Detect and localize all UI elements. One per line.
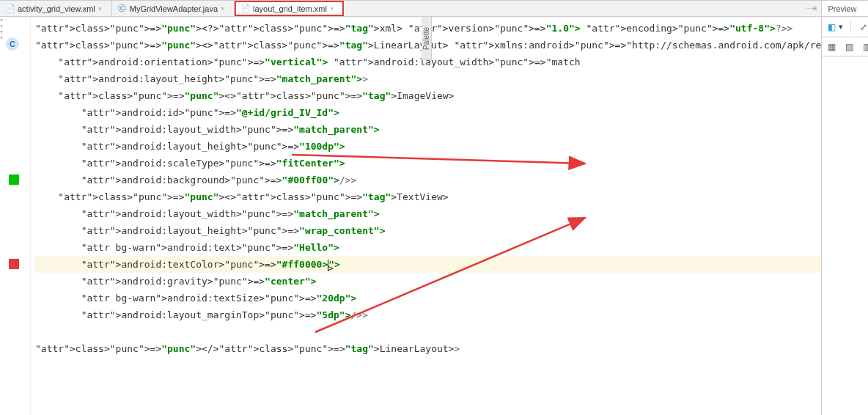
fold-icon[interactable]: ▾	[0, 17, 6, 23]
design-surface-picker[interactable]: ◧▾	[826, 22, 843, 32]
xml-icon: 📄	[241, 4, 250, 13]
code-line[interactable]: "attr bg-warn">android:text>"punc">=>"He…	[35, 239, 821, 256]
tab-layout-grid-item[interactable]: 📄 layout_grid_item.xml ×	[235, 1, 344, 16]
class-badge-icon: C	[6, 37, 19, 51]
tab-overflow-menu[interactable]: ⋯≡	[801, 1, 821, 16]
color-swatch-icon	[9, 259, 19, 269]
code-line[interactable]: "attr">android:gravity>"punc">=>"center"…	[35, 273, 821, 290]
editor-tabbar: 📄 activity_grid_view.xml × Ⓒ MyGridViewA…	[0, 1, 821, 17]
orientation-icon: ⤢	[858, 22, 868, 32]
close-icon[interactable]: ×	[330, 5, 337, 12]
class-icon: Ⓒ	[118, 4, 127, 13]
preview-canvas[interactable]: ▲ ▮ 7:00 Hello https://blog.csdn.net/qq3…	[822, 56, 868, 415]
code-line[interactable]: "attr">android:layout_width>"punc">=>"ma…	[35, 205, 821, 222]
fold-icon[interactable]: ▾	[0, 34, 6, 40]
code-line[interactable]: "attr">android:layout_height>"punc">=>"1…	[35, 138, 821, 155]
code-line[interactable]: "attr">android:layout_height>"punc">=>"w…	[35, 222, 821, 239]
code-line[interactable]: "attr">android:layout_width>"punc">=>"ma…	[35, 121, 821, 138]
code-line[interactable]: "attr">class>"punc">=>"punc"><>"attr">cl…	[35, 188, 821, 205]
view-mode-icon[interactable]: ▨	[844, 42, 854, 52]
color-swatch-icon	[9, 175, 19, 185]
preview-toolbar: ◧▾ ⤢▾ ▭Pixel ▾ ⚠25 ▾ ◎AppTheme 🌐Default …	[822, 17, 868, 37]
editor-body: C ▾ ▾ ▾ 💡 ▾ "attr">class>"punc">=>"punc"…	[0, 17, 821, 415]
code-line[interactable]: "attr">android:id>"punc">=>"@+id/grid_IV…	[35, 104, 821, 121]
preview-header: Preview	[822, 1, 868, 17]
fold-icon[interactable]: ▾	[0, 23, 6, 29]
tab-label: activity_grid_view.xml	[18, 4, 95, 13]
blueprint-icon: ◧	[826, 22, 836, 32]
code-line[interactable]: "attr">android:layout_marginTop>"punc">=…	[35, 306, 821, 323]
view-mode-icon[interactable]: ▦	[826, 42, 836, 52]
palette-tab[interactable]: Palette	[422, 16, 432, 60]
orientation-picker[interactable]: ⤢▾	[858, 22, 868, 32]
fold-icon[interactable]: ▾	[0, 29, 6, 34]
code-line[interactable]: "attr">class>"punc">=>"punc"></>"attr">c…	[35, 340, 821, 357]
tab-adapter-java[interactable]: Ⓒ MyGridViewAdapter.java ×	[112, 1, 235, 16]
code-line[interactable]: "attr">android:background>"punc">=>"#00f…	[35, 172, 821, 188]
code-line[interactable]: "attr">class>"punc">=>"punc"><>"attr">cl…	[35, 87, 821, 104]
close-icon[interactable]: ×	[221, 5, 228, 12]
tab-label: layout_grid_item.xml	[253, 4, 327, 13]
code-line[interactable]	[35, 323, 821, 340]
xml-icon: 📄	[6, 4, 15, 13]
editor-pane: 📄 activity_grid_view.xml × Ⓒ MyGridViewA…	[0, 1, 822, 415]
app-root: 📄 activity_grid_view.xml × Ⓒ MyGridViewA…	[0, 0, 868, 415]
code-line[interactable]: "attr">android:textColor>"punc">=>"#ff00…	[35, 256, 821, 273]
gutter: C ▾ ▾ ▾ 💡 ▾	[0, 17, 31, 415]
code-line[interactable]: "attr bg-warn">android:textSize>"punc">=…	[35, 290, 821, 306]
code-area[interactable]: "attr">class>"punc">=>"punc"><?>"attr">c…	[31, 17, 821, 415]
tab-activity-grid-view[interactable]: 📄 activity_grid_view.xml ×	[0, 1, 112, 16]
tabbar-spacer	[344, 1, 801, 16]
tab-label: MyGridViewAdapter.java	[130, 4, 218, 13]
code-line[interactable]: "attr">android:scaleType>"punc">=>"fitCe…	[35, 155, 821, 172]
preview-toolbar2: ▦ ▨ ▥ ◫ ↔ ↕	[822, 37, 868, 56]
preview-pane: Preview ◧▾ ⤢▾ ▭Pixel ▾ ⚠25 ▾ ◎AppTheme 🌐…	[822, 1, 868, 415]
view-mode-icon[interactable]: ▥	[861, 42, 868, 52]
preview-title: Preview	[828, 4, 856, 13]
code-line[interactable]: "attr">android:layout_height>"punc">=>"m…	[35, 70, 821, 87]
separator	[850, 21, 851, 34]
close-icon[interactable]: ×	[98, 5, 106, 12]
